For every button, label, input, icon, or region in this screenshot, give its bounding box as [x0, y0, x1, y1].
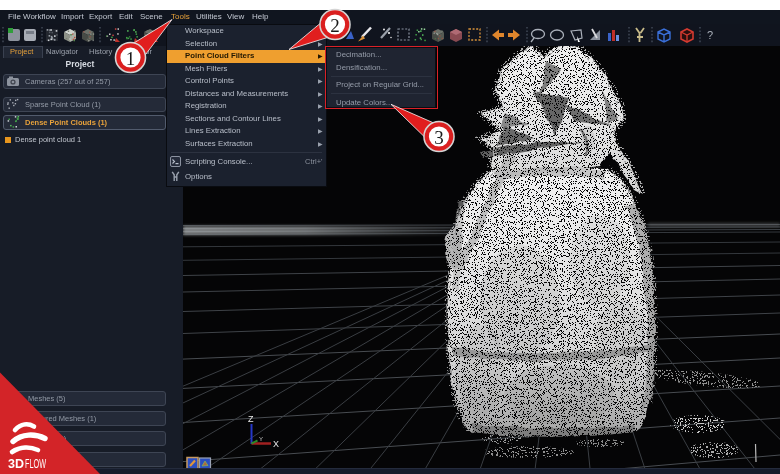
- svg-text:Z: Z: [248, 414, 254, 424]
- svg-text:?: ?: [707, 29, 713, 41]
- svg-text:FLOW: FLOW: [25, 457, 46, 471]
- svg-text:X: X: [273, 439, 279, 449]
- svg-text:3D: 3D: [8, 457, 24, 471]
- svg-text:Y: Y: [259, 436, 263, 442]
